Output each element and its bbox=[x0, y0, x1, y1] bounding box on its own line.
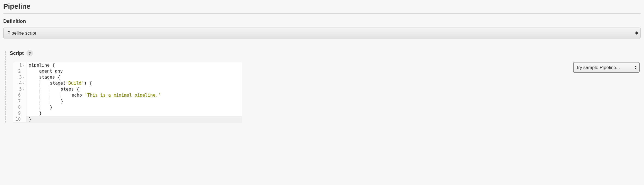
code-content[interactable]: agent any bbox=[26, 68, 63, 74]
line-number-gutter: 7 bbox=[13, 98, 26, 104]
definition-select-wrapper: Pipeline script bbox=[3, 28, 641, 38]
script-header: Script ? bbox=[10, 50, 641, 56]
definition-label: Definition bbox=[3, 19, 641, 24]
code-content[interactable]: stage('Build') { bbox=[26, 80, 92, 86]
line-number-gutter: 6 bbox=[13, 92, 26, 98]
code-line[interactable]: 1▾pipeline { bbox=[13, 62, 242, 68]
line-number-gutter: 4▾ bbox=[13, 80, 26, 86]
code-line[interactable]: 3▾ stages { bbox=[13, 74, 242, 80]
code-content[interactable]: } bbox=[26, 116, 31, 122]
drag-rail bbox=[5, 51, 6, 123]
fold-toggle-icon[interactable]: ▾ bbox=[23, 62, 25, 68]
line-number-gutter: 8 bbox=[13, 104, 26, 110]
code-content[interactable]: } bbox=[26, 98, 63, 104]
code-content[interactable]: steps { bbox=[26, 86, 79, 92]
definition-select[interactable]: Pipeline script bbox=[3, 28, 641, 38]
code-line[interactable]: 6 echo 'This is a minimal pipeline.' bbox=[13, 92, 242, 98]
code-line[interactable]: 9 } bbox=[13, 110, 242, 116]
code-line[interactable]: 10} bbox=[13, 116, 242, 122]
code-editor[interactable]: 1▾pipeline {2 agent any3▾ stages {4▾ sta… bbox=[13, 62, 242, 123]
code-content[interactable]: stages { bbox=[26, 74, 60, 80]
code-content[interactable]: echo 'This is a minimal pipeline.' bbox=[26, 92, 161, 98]
line-number-gutter: 3▾ bbox=[13, 74, 26, 80]
fold-toggle-icon[interactable]: ▾ bbox=[23, 80, 25, 86]
script-label: Script bbox=[10, 50, 24, 56]
line-number-gutter: 10 bbox=[13, 116, 26, 122]
help-icon[interactable]: ? bbox=[26, 50, 33, 56]
code-content[interactable]: } bbox=[26, 110, 42, 116]
code-line[interactable]: 5▾ steps { bbox=[13, 86, 242, 92]
code-line[interactable]: 8 } bbox=[13, 104, 242, 110]
code-content[interactable]: } bbox=[26, 104, 53, 110]
line-number-gutter: 9 bbox=[13, 110, 26, 116]
code-content[interactable]: pipeline { bbox=[26, 62, 55, 68]
script-section: Script ? 1▾pipeline {2 agent any3▾ stage… bbox=[3, 50, 641, 123]
code-line[interactable]: 4▾ stage('Build') { bbox=[13, 80, 242, 86]
line-number-gutter: 2 bbox=[13, 68, 26, 74]
fold-toggle-icon[interactable]: ▾ bbox=[23, 74, 25, 80]
section-title: Pipeline bbox=[3, 0, 641, 14]
code-line[interactable]: 7 } bbox=[13, 98, 242, 104]
line-number-gutter: 1▾ bbox=[13, 62, 26, 68]
sample-pipeline-select-wrapper: try sample Pipeline... bbox=[573, 62, 640, 73]
fold-toggle-icon[interactable]: ▾ bbox=[23, 86, 25, 92]
code-line[interactable]: 2 agent any bbox=[13, 68, 242, 74]
sample-pipeline-select[interactable]: try sample Pipeline... bbox=[573, 62, 640, 73]
line-number-gutter: 5▾ bbox=[13, 86, 26, 92]
